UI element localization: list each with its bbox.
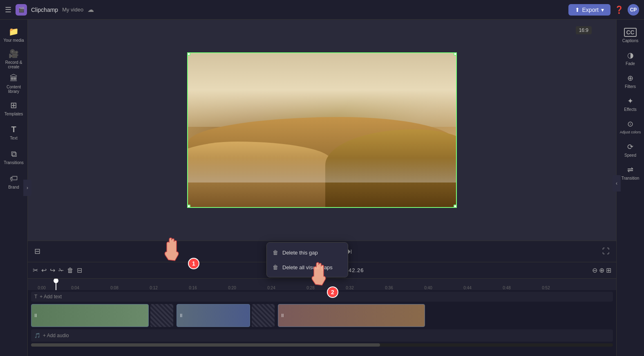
video-clip-3[interactable]: ⏸: [278, 304, 425, 327]
video-track: ⏸ ⏸ ⏸: [31, 304, 613, 327]
help-button[interactable]: ❓: [615, 5, 624, 14]
chevron-down-icon: ▾: [601, 7, 604, 13]
sidebar-collapse-toggle[interactable]: ›: [23, 180, 31, 196]
preview-area: 16:9 ↻: [28, 20, 616, 241]
detach-button[interactable]: ⊟: [77, 266, 82, 274]
resize-handle-br[interactable]: [454, 205, 457, 208]
app-title: Clipchamp: [31, 7, 58, 13]
timeline-tracks: T + Add text ⏸ ⏸: [28, 290, 616, 343]
app-logo: 🎬: [16, 4, 27, 16]
right-item-fade[interactable]: ◑ Fade: [618, 47, 643, 69]
sidebar-item-content-library[interactable]: 🏛 Content library: [2, 72, 26, 95]
cloud-icon: ☁: [87, 6, 94, 14]
sidebar-item-transitions[interactable]: ⧉ Transitions: [2, 146, 26, 169]
trim-tool-button[interactable]: ✂: [33, 266, 38, 274]
record-create-icon: 🎥: [9, 49, 19, 59]
menu-button[interactable]: ☰: [5, 5, 11, 14]
right-item-effects[interactable]: ✦ Effects: [618, 93, 643, 115]
audio-icon: 🎵: [34, 333, 40, 338]
fade-icon: ◑: [627, 51, 634, 60]
timeline-scrollbar[interactable]: [31, 343, 613, 347]
fog-overlay: [188, 158, 456, 183]
right-item-adjust-colors[interactable]: ⊙ Adjust colors: [618, 116, 643, 137]
topbar-right: ⬆ Export ▾ ❓ CP: [568, 4, 639, 16]
video-preview: ↻: [187, 52, 457, 208]
fullscreen-button[interactable]: ⛶: [602, 247, 610, 256]
transition-icon: ⇌: [627, 165, 633, 174]
sky-bg: [188, 53, 456, 127]
right-item-filters[interactable]: ⊕ Filters: [618, 70, 643, 92]
templates-icon: ⊞: [10, 100, 17, 110]
video-clip-2[interactable]: ⏸: [177, 304, 250, 327]
text-icon: T: [11, 125, 16, 134]
redo-button[interactable]: ↪: [50, 266, 55, 274]
brand-kit-icon: 🏷: [10, 174, 18, 183]
zoom-controls: ⊖ ⊕ ⊞: [592, 266, 611, 274]
avatar[interactable]: CP: [628, 4, 639, 16]
right-item-transition[interactable]: ⇌ Transition: [618, 162, 643, 183]
transitions-icon: ⧉: [11, 149, 17, 159]
pause-icon-2: ⏸: [179, 313, 183, 318]
captions-icon: CC: [624, 28, 636, 37]
right-sidebar-collapse-toggle[interactable]: ‹: [613, 175, 621, 192]
video-frame: [188, 53, 456, 207]
adjust-colors-icon: ⊙: [627, 119, 633, 128]
cut-button[interactable]: ✁: [58, 266, 64, 274]
aspect-ratio-badge[interactable]: 16:9: [576, 26, 592, 34]
sidebar-item-templates[interactable]: ⊞ Templates: [2, 97, 26, 119]
left-sidebar: 📁 Your media 🎥 Record & create 🏛 Content…: [0, 20, 28, 356]
gap-2[interactable]: [252, 304, 275, 327]
your-media-icon: 📁: [9, 27, 19, 36]
delete-button[interactable]: 🗑: [67, 267, 74, 274]
export-button[interactable]: ⬆ Export ▾: [568, 4, 610, 16]
playhead[interactable]: [56, 279, 56, 290]
speed-icon: ⟳: [627, 142, 633, 151]
right-item-speed[interactable]: ⟳ Speed: [618, 139, 643, 160]
timeline-content: 0:00 0:04 0:08 0:12 0:16 0:20 0:24 0:28 …: [28, 279, 616, 356]
undo-button[interactable]: ↩: [41, 266, 47, 274]
sidebar-item-brand-kit[interactable]: 🏷 Brand: [2, 170, 26, 193]
topbar-left: ☰ 🎬 Clipchamp My video ☁: [5, 4, 564, 16]
export-icon: ⬆: [575, 7, 580, 13]
right-sidebar: CC Captions ◑ Fade ⊕ Filters ✦ Effects ⊙…: [616, 20, 644, 356]
ruler-marks: 0:00 0:04 0:08 0:12 0:16 0:20 0:24 0:28 …: [28, 279, 566, 290]
cursor-badge-2: 2: [327, 286, 338, 298]
resize-handle-tr[interactable]: [454, 52, 457, 56]
pause-icon-3: ⏸: [280, 313, 285, 318]
sidebar-item-text[interactable]: T Text: [2, 121, 26, 144]
video-title[interactable]: My video: [62, 7, 83, 13]
context-menu-delete-gap[interactable]: 🗑 Delete this gap: [267, 245, 348, 260]
gap-1[interactable]: [150, 304, 173, 327]
timeline-scrollbar-thumb[interactable]: [31, 343, 380, 347]
filters-icon: ⊕: [627, 74, 633, 83]
text-track-icon: T: [34, 294, 37, 300]
zoom-out-button[interactable]: ⊖: [592, 266, 597, 274]
fit-button[interactable]: ⊞: [606, 266, 611, 274]
effects-icon: ✦: [627, 97, 633, 106]
delete-gap-icon: 🗑: [273, 249, 278, 256]
topbar: ☰ 🎬 Clipchamp My video ☁ ⬆ Export ▾ ❓ CP: [0, 0, 644, 20]
context-menu-delete-all-gaps[interactable]: 🗑 Delete all visual gaps: [267, 260, 348, 275]
cursor-badge-1: 1: [188, 258, 199, 269]
text-track[interactable]: T + Add text: [31, 292, 613, 302]
right-item-captions[interactable]: CC Captions: [618, 25, 643, 46]
zoom-in-button[interactable]: ⊕: [599, 266, 604, 274]
captions-toggle-button[interactable]: ⊟: [34, 247, 40, 256]
context-menu: 🗑 Delete this gap 🗑 Delete all visual ga…: [266, 242, 348, 277]
sidebar-item-your-media[interactable]: 📁 Your media: [2, 23, 26, 46]
video-clip-1[interactable]: ⏸: [31, 304, 149, 327]
pause-icon-1: ⏸: [33, 313, 38, 318]
audio-track[interactable]: 🎵 + Add audio: [31, 329, 613, 342]
resize-handle-bl[interactable]: [187, 205, 190, 208]
delete-all-gaps-icon: 🗑: [273, 264, 278, 270]
sidebar-item-record-create[interactable]: 🎥 Record & create: [2, 47, 26, 70]
resize-handle-tl[interactable]: [187, 52, 190, 56]
content-library-icon: 🏛: [10, 74, 18, 83]
center-area: 16:9 ↻ ⊟ ⏮ ⟲: [28, 20, 616, 356]
timeline-ruler: 0:00 0:04 0:08 0:12 0:16 0:20 0:24 0:28 …: [28, 279, 616, 290]
main-layout: 📁 Your media 🎥 Record & create 🏛 Content…: [0, 20, 644, 356]
